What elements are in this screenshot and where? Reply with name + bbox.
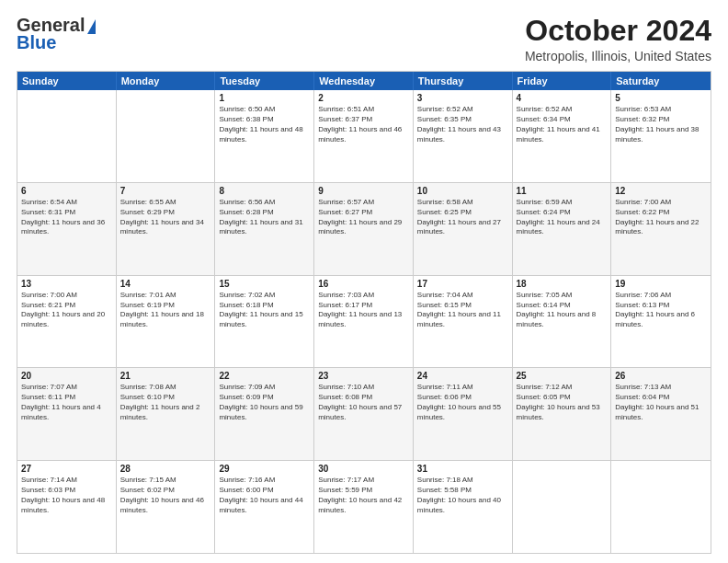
calendar-cell: 28Sunrise: 7:15 AM Sunset: 6:02 PM Dayli… [117, 461, 216, 553]
day-info: Sunrise: 7:16 AM Sunset: 6:00 PM Dayligh… [219, 476, 310, 515]
calendar-header: SundayMondayTuesdayWednesdayThursdayFrid… [17, 72, 711, 90]
day-info: Sunrise: 7:05 AM Sunset: 6:14 PM Dayligh… [517, 291, 608, 330]
day-number: 4 [517, 93, 608, 103]
calendar-cell: 24Sunrise: 7:11 AM Sunset: 6:06 PM Dayli… [414, 368, 513, 460]
calendar-cell: 29Sunrise: 7:16 AM Sunset: 6:00 PM Dayli… [215, 461, 314, 553]
calendar-row: 6Sunrise: 6:54 AM Sunset: 6:31 PM Daylig… [17, 182, 711, 275]
day-info: Sunrise: 7:15 AM Sunset: 6:02 PM Dayligh… [120, 476, 211, 515]
calendar-cell [611, 461, 711, 553]
page: General Blue October 2024 Metropolis, Il… [0, 0, 728, 563]
day-info: Sunrise: 7:02 AM Sunset: 6:18 PM Dayligh… [219, 291, 310, 330]
calendar-cell: 8Sunrise: 6:56 AM Sunset: 6:28 PM Daylig… [215, 183, 314, 275]
day-info: Sunrise: 6:54 AM Sunset: 6:31 PM Dayligh… [21, 198, 112, 237]
day-info: Sunrise: 7:10 AM Sunset: 6:08 PM Dayligh… [318, 383, 409, 422]
day-number: 1 [219, 93, 310, 103]
day-number: 17 [417, 279, 508, 289]
day-info: Sunrise: 7:17 AM Sunset: 5:59 PM Dayligh… [318, 476, 409, 515]
day-number: 5 [615, 93, 707, 103]
calendar-cell: 20Sunrise: 7:07 AM Sunset: 6:11 PM Dayli… [17, 368, 117, 460]
day-number: 23 [318, 371, 409, 381]
calendar-cell: 27Sunrise: 7:14 AM Sunset: 6:03 PM Dayli… [17, 461, 117, 553]
day-number: 22 [219, 371, 310, 381]
calendar-cell: 30Sunrise: 7:17 AM Sunset: 5:59 PM Dayli… [314, 461, 414, 553]
day-info: Sunrise: 6:51 AM Sunset: 6:37 PM Dayligh… [318, 105, 409, 144]
day-number: 3 [417, 93, 508, 103]
calendar-header-cell: Friday [513, 72, 612, 90]
calendar-cell: 23Sunrise: 7:10 AM Sunset: 6:08 PM Dayli… [314, 368, 414, 460]
calendar-cell: 15Sunrise: 7:02 AM Sunset: 6:18 PM Dayli… [215, 276, 314, 368]
day-number: 7 [120, 186, 211, 196]
day-number: 11 [517, 186, 608, 196]
calendar-cell: 6Sunrise: 6:54 AM Sunset: 6:31 PM Daylig… [17, 183, 117, 275]
calendar: SundayMondayTuesdayWednesdayThursdayFrid… [17, 71, 711, 554]
day-info: Sunrise: 7:04 AM Sunset: 6:15 PM Dayligh… [417, 291, 508, 330]
calendar-cell: 19Sunrise: 7:06 AM Sunset: 6:13 PM Dayli… [611, 276, 711, 368]
day-info: Sunrise: 6:52 AM Sunset: 6:35 PM Dayligh… [417, 105, 508, 144]
calendar-row: 27Sunrise: 7:14 AM Sunset: 6:03 PM Dayli… [17, 460, 711, 553]
day-info: Sunrise: 7:12 AM Sunset: 6:05 PM Dayligh… [517, 383, 608, 422]
calendar-row: 1Sunrise: 6:50 AM Sunset: 6:38 PM Daylig… [17, 90, 711, 182]
day-number: 9 [318, 186, 409, 196]
calendar-cell: 31Sunrise: 7:18 AM Sunset: 5:58 PM Dayli… [414, 461, 513, 553]
calendar-cell: 4Sunrise: 6:52 AM Sunset: 6:34 PM Daylig… [513, 90, 612, 182]
day-info: Sunrise: 6:50 AM Sunset: 6:38 PM Dayligh… [219, 105, 310, 144]
day-info: Sunrise: 6:57 AM Sunset: 6:27 PM Dayligh… [318, 198, 409, 237]
day-number: 8 [219, 186, 310, 196]
day-info: Sunrise: 6:53 AM Sunset: 6:32 PM Dayligh… [615, 105, 707, 144]
calendar-cell: 2Sunrise: 6:51 AM Sunset: 6:37 PM Daylig… [314, 90, 414, 182]
calendar-cell: 14Sunrise: 7:01 AM Sunset: 6:19 PM Dayli… [117, 276, 216, 368]
day-number: 18 [517, 279, 608, 289]
day-number: 15 [219, 279, 310, 289]
calendar-cell: 21Sunrise: 7:08 AM Sunset: 6:10 PM Dayli… [117, 368, 216, 460]
day-info: Sunrise: 7:06 AM Sunset: 6:13 PM Dayligh… [615, 291, 707, 330]
day-info: Sunrise: 7:00 AM Sunset: 6:21 PM Dayligh… [21, 291, 112, 330]
calendar-body: 1Sunrise: 6:50 AM Sunset: 6:38 PM Daylig… [17, 90, 711, 553]
calendar-header-cell: Sunday [17, 72, 117, 90]
calendar-cell [117, 90, 216, 182]
day-number: 29 [219, 464, 310, 474]
day-number: 13 [21, 279, 112, 289]
calendar-cell: 7Sunrise: 6:55 AM Sunset: 6:29 PM Daylig… [117, 183, 216, 275]
day-number: 21 [120, 371, 211, 381]
title-block: October 2024 Metropolis, Illinois, Unite… [525, 15, 711, 63]
day-number: 30 [318, 464, 409, 474]
day-info: Sunrise: 7:14 AM Sunset: 6:03 PM Dayligh… [21, 476, 112, 515]
day-info: Sunrise: 6:52 AM Sunset: 6:34 PM Dayligh… [517, 105, 608, 144]
day-number: 27 [21, 464, 112, 474]
calendar-cell: 18Sunrise: 7:05 AM Sunset: 6:14 PM Dayli… [513, 276, 612, 368]
calendar-cell: 1Sunrise: 6:50 AM Sunset: 6:38 PM Daylig… [215, 90, 314, 182]
calendar-cell: 9Sunrise: 6:57 AM Sunset: 6:27 PM Daylig… [314, 183, 414, 275]
calendar-cell: 5Sunrise: 6:53 AM Sunset: 6:32 PM Daylig… [611, 90, 711, 182]
logo: General Blue [17, 15, 96, 53]
day-info: Sunrise: 7:01 AM Sunset: 6:19 PM Dayligh… [120, 291, 211, 330]
header: General Blue October 2024 Metropolis, Il… [17, 15, 711, 63]
calendar-cell: 16Sunrise: 7:03 AM Sunset: 6:17 PM Dayli… [314, 276, 414, 368]
subtitle: Metropolis, Illinois, United States [525, 49, 711, 63]
calendar-cell: 25Sunrise: 7:12 AM Sunset: 6:05 PM Dayli… [513, 368, 612, 460]
day-info: Sunrise: 7:13 AM Sunset: 6:04 PM Dayligh… [615, 383, 707, 422]
day-number: 31 [417, 464, 508, 474]
calendar-row: 13Sunrise: 7:00 AM Sunset: 6:21 PM Dayli… [17, 275, 711, 368]
calendar-header-cell: Tuesday [215, 72, 314, 90]
day-info: Sunrise: 7:11 AM Sunset: 6:06 PM Dayligh… [417, 383, 508, 422]
day-number: 12 [615, 186, 707, 196]
calendar-cell: 12Sunrise: 7:00 AM Sunset: 6:22 PM Dayli… [611, 183, 711, 275]
calendar-cell: 17Sunrise: 7:04 AM Sunset: 6:15 PM Dayli… [414, 276, 513, 368]
day-info: Sunrise: 6:56 AM Sunset: 6:28 PM Dayligh… [219, 198, 310, 237]
day-info: Sunrise: 7:00 AM Sunset: 6:22 PM Dayligh… [615, 198, 707, 237]
calendar-cell [17, 90, 117, 182]
day-number: 24 [417, 371, 508, 381]
day-info: Sunrise: 7:18 AM Sunset: 5:58 PM Dayligh… [417, 476, 508, 515]
calendar-cell [513, 461, 612, 553]
day-number: 28 [120, 464, 211, 474]
logo-blue: Blue [17, 32, 56, 53]
calendar-cell: 22Sunrise: 7:09 AM Sunset: 6:09 PM Dayli… [215, 368, 314, 460]
day-number: 2 [318, 93, 409, 103]
logo-icon [87, 19, 96, 34]
day-number: 19 [615, 279, 707, 289]
day-number: 20 [21, 371, 112, 381]
main-title: October 2024 [525, 15, 711, 47]
calendar-cell: 10Sunrise: 6:58 AM Sunset: 6:25 PM Dayli… [414, 183, 513, 275]
day-info: Sunrise: 6:59 AM Sunset: 6:24 PM Dayligh… [517, 198, 608, 237]
day-number: 25 [517, 371, 608, 381]
